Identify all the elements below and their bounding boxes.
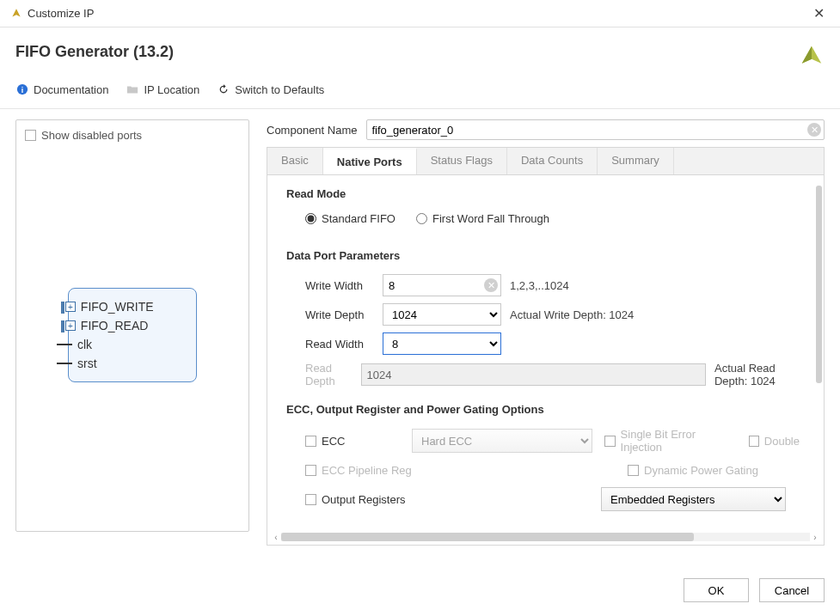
dynamic-power-checkbox: Dynamic Power Gating	[628, 464, 800, 477]
component-name-label: Component Name	[267, 124, 358, 137]
tab-summary[interactable]: Summary	[598, 148, 674, 174]
show-disabled-ports-label: Show disabled ports	[41, 129, 142, 142]
component-name-input[interactable]	[366, 119, 825, 140]
clear-input-icon[interactable]: ✕	[807, 123, 821, 137]
vendor-logo-icon	[799, 43, 825, 69]
ecc-pipeline-checkbox: ECC Pipeline Reg	[305, 464, 477, 477]
tab-status-flags[interactable]: Status Flags	[417, 148, 507, 174]
port-label: srst	[77, 357, 97, 370]
write-width-label: Write Width	[305, 279, 374, 292]
scroll-right-icon[interactable]: ›	[810, 532, 820, 542]
section-data-port-title: Data Port Parameters	[286, 249, 800, 262]
read-depth-label: Read Depth	[305, 362, 353, 387]
section-initialization-title: Initialization	[286, 521, 800, 522]
radio-fwft-label: First Word Fall Through	[432, 212, 549, 225]
radio-fwft[interactable]: First Word Fall Through	[416, 212, 549, 225]
horizontal-scrollbar[interactable]: ‹ ›	[271, 531, 820, 543]
cancel-button[interactable]: Cancel	[759, 578, 825, 602]
ip-location-link[interactable]: IP Location	[126, 82, 199, 96]
output-registers-checkbox[interactable]: Output Registers	[305, 493, 589, 506]
svg-text:i: i	[21, 86, 23, 95]
ok-button[interactable]: OK	[684, 578, 749, 602]
write-depth-hint: Actual Write Depth: 1024	[510, 308, 634, 321]
read-depth-input	[361, 363, 706, 386]
expand-icon[interactable]: +	[65, 320, 76, 331]
write-depth-label: Write Depth	[305, 308, 374, 321]
output-registers-label: Output Registers	[322, 493, 406, 506]
ecc-pipeline-label: ECC Pipeline Reg	[322, 464, 412, 477]
port-label: FIFO_WRITE	[81, 300, 154, 314]
ecc-checkbox[interactable]: ECC	[305, 435, 400, 448]
documentation-link[interactable]: i Documentation	[15, 82, 108, 96]
radio-standard-fifo[interactable]: Standard FIFO	[305, 212, 395, 225]
switch-defaults-link[interactable]: Switch to Defaults	[217, 82, 324, 96]
dynamic-power-input	[628, 465, 639, 476]
tab-basic[interactable]: Basic	[267, 148, 323, 174]
output-registers-input[interactable]	[305, 494, 316, 505]
refresh-icon	[217, 82, 230, 96]
port-fifo-write: ||+ FIFO_WRITE	[72, 297, 182, 316]
ecc-pipeline-input	[305, 465, 316, 476]
titlebar: Customize IP ✕	[0, 0, 840, 27]
divider	[0, 108, 840, 109]
dynamic-power-label: Dynamic Power Gating	[644, 464, 758, 477]
section-read-mode-title: Read Mode	[286, 187, 800, 200]
clear-input-icon[interactable]: ✕	[484, 278, 498, 292]
ip-block-diagram: ||+ FIFO_WRITE ||+ FIFO_READ clk srst	[68, 288, 197, 382]
radio-fwft-input[interactable]	[416, 213, 427, 224]
close-icon[interactable]: ✕	[808, 5, 830, 21]
tabs-bar: Basic Native Ports Status Flags Data Cou…	[267, 147, 825, 174]
read-width-select[interactable]: 8	[383, 332, 501, 355]
show-disabled-ports-input[interactable]	[25, 130, 36, 141]
output-registers-select[interactable]: Embedded Registers	[601, 487, 786, 511]
tab-data-counts[interactable]: Data Counts	[507, 148, 598, 174]
write-width-hint: 1,2,3,..1024	[510, 279, 569, 292]
header-toolbar: i Documentation IP Location Switch to De…	[0, 77, 840, 108]
ip-location-label: IP Location	[144, 83, 199, 96]
radio-standard-label: Standard FIFO	[322, 212, 395, 225]
read-depth-hint: Actual Read Depth: 1024	[714, 362, 800, 387]
double-bit-label: Double	[764, 435, 800, 448]
port-srst: srst	[72, 354, 182, 373]
app-icon	[10, 8, 22, 20]
radio-standard-input[interactable]	[305, 213, 316, 224]
double-bit-checkbox: Double	[749, 435, 800, 448]
documentation-label: Documentation	[34, 83, 108, 96]
tab-content: Read Mode Standard FIFO First Word Fall …	[267, 174, 825, 546]
ecc-checkbox-input[interactable]	[305, 436, 316, 447]
vertical-scrollbar[interactable]	[813, 180, 822, 515]
section-ecc-title: ECC, Output Register and Power Gating Op…	[286, 403, 800, 416]
switch-defaults-label: Switch to Defaults	[235, 83, 324, 96]
double-bit-input	[749, 436, 758, 447]
ecc-checkbox-label: ECC	[322, 435, 345, 448]
tab-native-ports[interactable]: Native Ports	[323, 148, 417, 174]
show-disabled-ports-checkbox[interactable]: Show disabled ports	[25, 129, 240, 142]
read-width-label: Read Width	[305, 338, 374, 351]
window-title: Customize IP	[28, 7, 94, 20]
single-bit-checkbox: Single Bit Error Injection	[604, 428, 737, 454]
write-depth-select[interactable]: 1024	[383, 303, 501, 326]
port-label: clk	[77, 338, 92, 351]
folder-icon	[126, 82, 139, 96]
block-preview-pane: Show disabled ports ||+ FIFO_WRITE ||+ F…	[15, 119, 249, 532]
ip-title: FIFO Generator (13.2)	[15, 43, 174, 61]
single-bit-label: Single Bit Error Injection	[621, 428, 738, 454]
expand-icon[interactable]: +	[65, 302, 76, 312]
info-icon: i	[15, 82, 29, 96]
ecc-type-select: Hard ECC	[412, 429, 592, 453]
port-label: FIFO_READ	[81, 319, 149, 332]
port-clk: clk	[72, 335, 182, 354]
scroll-left-icon[interactable]: ‹	[271, 532, 281, 542]
port-fifo-read: ||+ FIFO_READ	[72, 316, 182, 335]
single-bit-input	[604, 436, 616, 447]
